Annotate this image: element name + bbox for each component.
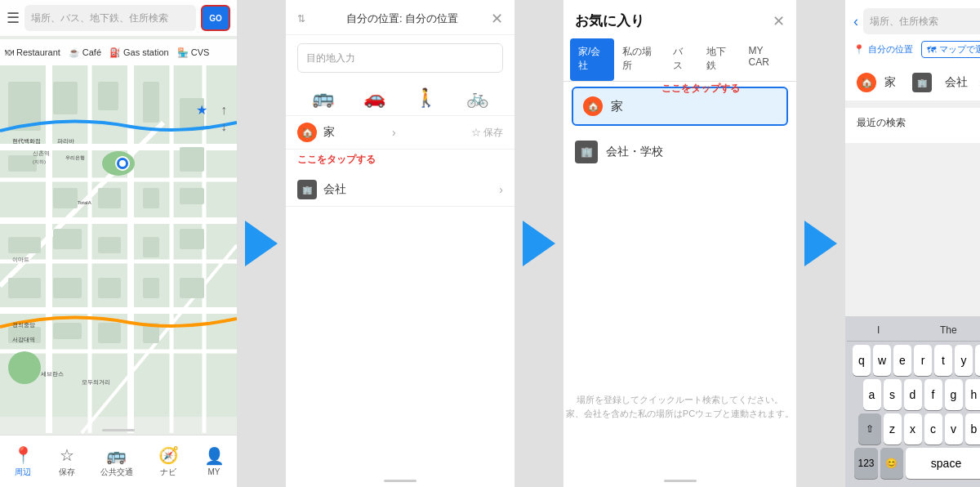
tab-home-company[interactable]: 家/会社 — [570, 38, 614, 81]
key-w[interactable]: w — [873, 345, 891, 376]
location-icon: 📍 — [853, 44, 865, 55]
poi-restaurant[interactable]: 🍽 Restaurant — [5, 47, 60, 57]
tab-my[interactable]: 👤 MY — [204, 446, 225, 476]
restaurant-label: Restaurant — [16, 47, 60, 57]
back-button[interactable]: ‹ — [853, 13, 858, 30]
key-q[interactable]: q — [853, 345, 871, 376]
key-shift[interactable]: ⇧ — [858, 413, 881, 445]
tab-my-car[interactable]: MY CAR — [740, 38, 790, 81]
tab-my-places[interactable]: 私の場所 — [614, 38, 665, 81]
tab-home-company-label: 家/会社 — [578, 46, 600, 71]
company-label: 会社 — [323, 182, 492, 197]
key-a[interactable]: a — [863, 379, 881, 410]
key-u[interactable]: u — [975, 345, 980, 376]
svg-rect-27 — [98, 237, 121, 253]
tab-subway[interactable]: 地下鉄 — [698, 38, 740, 81]
svg-rect-24 — [98, 188, 121, 208]
key-h[interactable]: h — [965, 379, 981, 410]
poi-cvs[interactable]: 🏪 CVS — [177, 47, 210, 58]
bike-mode-icon[interactable]: 🚲 — [466, 87, 488, 109]
go-button[interactable]: GO — [201, 5, 230, 31]
key-123[interactable]: 123 — [854, 448, 877, 479]
tab-subway-label: 地下鉄 — [706, 46, 726, 71]
svg-text:경의중앙: 경의중앙 — [12, 322, 35, 328]
key-g[interactable]: g — [945, 379, 963, 410]
blue-arrow-1 — [245, 221, 278, 266]
key-c[interactable]: c — [924, 413, 942, 445]
home-chevron: › — [392, 126, 396, 139]
svg-text:세브란스: 세브란스 — [41, 371, 64, 377]
key-d[interactable]: d — [904, 379, 922, 410]
scroll-indicator — [102, 429, 135, 431]
svg-text:(지하): (지하) — [33, 159, 46, 164]
map-search-input[interactable]: 場所、バス、地下鉄、住所検索 — [24, 5, 196, 31]
cafe-icon: ☕ — [69, 47, 80, 58]
tab-bus[interactable]: バス — [665, 38, 698, 81]
key-x[interactable]: x — [904, 413, 922, 445]
company-fav-row[interactable]: 🏢 会社・学校 — [564, 131, 796, 173]
company-chevron: › — [499, 183, 503, 196]
blue-arrow-2 — [523, 221, 555, 266]
poi-cafe[interactable]: ☕ Café — [69, 47, 101, 58]
svg-rect-38 — [180, 229, 204, 249]
tab-nearby-label: 周辺 — [15, 467, 31, 478]
map-svg: ★ 현代백화점 파리바 신촌역 (지하) 우리은행 이마트 TotalA 경의중… — [0, 0, 237, 487]
tab-navi[interactable]: 🧭 ナビ — [158, 445, 179, 478]
company-search-icon2: 🏢 — [912, 73, 932, 92]
tab-transit[interactable]: 🚌 公共交通 — [100, 445, 133, 478]
close-button[interactable]: ✕ — [491, 10, 503, 28]
key-z[interactable]: z — [884, 413, 902, 445]
car-mode-icon[interactable]: 🚗 — [363, 87, 385, 109]
key-f[interactable]: f — [924, 379, 942, 410]
updown-icon: ⇅ — [297, 13, 314, 25]
key-y[interactable]: y — [955, 345, 973, 376]
home-search-row[interactable]: 🏠 家 🏢 会社 › 保存 — [845, 65, 980, 101]
svg-text:파리바: 파리바 — [57, 138, 74, 144]
keyboard: I The I'm q w e r t y u i o p a s d — [845, 316, 980, 487]
map-search-bar[interactable]: ☰ 場所、バス、地下鉄、住所検索 GO — [0, 0, 237, 36]
tab-saved[interactable]: ☆ 保存 — [59, 445, 75, 478]
key-r[interactable]: r — [914, 345, 932, 376]
svg-text:서강대역: 서강대역 — [12, 337, 35, 343]
key-b[interactable]: b — [965, 413, 981, 445]
cvs-label: CVS — [191, 47, 210, 57]
svg-rect-33 — [180, 188, 204, 204]
map-select-button[interactable]: 🗺 マップで選択 — [921, 41, 980, 58]
navi-icon: 🧭 — [158, 445, 179, 465]
my-location-button[interactable]: 📍 自分の位置 — [853, 41, 913, 58]
company-row[interactable]: 🏢 会社 › — [286, 173, 514, 207]
svg-rect-34 — [53, 323, 82, 339]
kbd-suggestion-1[interactable]: The — [933, 323, 964, 337]
key-t[interactable]: t — [934, 345, 952, 376]
key-emoji[interactable]: 😊 — [880, 448, 903, 479]
blue-arrow-3 — [804, 221, 837, 266]
route-title: 自分の位置: 自分の位置 — [346, 11, 458, 26]
panel-search: ‹ 場所、住所検索 📍 自分の位置 🗺 マップで選択 ここをタップする 🏠 家 … — [845, 0, 980, 487]
poi-gas[interactable]: ⛽ Gas station — [109, 47, 169, 58]
favorites-close-button[interactable]: ✕ — [773, 12, 785, 30]
key-123-label: 123 — [858, 458, 874, 469]
arrow-3 — [796, 221, 845, 266]
svg-rect-30 — [98, 278, 121, 298]
save-label: 保存 — [483, 127, 503, 138]
kbd-row-3: ⇧ z x c v b n m ⌫ — [847, 413, 980, 445]
destination-input[interactable]: 目的地入力 — [297, 43, 503, 73]
transit-icon: 🚌 — [106, 445, 127, 465]
walk-mode-icon[interactable]: 🚶 — [415, 87, 437, 109]
tab-nearby[interactable]: 📍 周辺 — [13, 445, 33, 478]
key-v[interactable]: v — [945, 413, 963, 445]
tab-my-car-label: MY CAR — [748, 45, 768, 68]
save-button[interactable]: ☆ 保存 — [471, 126, 503, 140]
key-space[interactable]: space — [906, 448, 980, 479]
home-row[interactable]: 🏠 家 › ☆ 保存 — [286, 116, 514, 150]
search-input[interactable]: 場所、住所検索 — [863, 8, 980, 34]
kbd-row-2: a s d f g h j k l — [847, 379, 980, 410]
key-e[interactable]: e — [893, 345, 911, 376]
arrow-1 — [237, 221, 286, 266]
kbd-suggestion-0[interactable]: I — [871, 323, 886, 337]
map-select-label: マップで選択 — [939, 43, 980, 56]
search-placeholder-text: 場所、バス、地下鉄、住所検索 — [31, 11, 168, 25]
menu-icon[interactable]: ☰ — [7, 9, 20, 27]
key-s[interactable]: s — [884, 379, 902, 410]
bus-mode-icon[interactable]: 🚌 — [312, 87, 334, 109]
